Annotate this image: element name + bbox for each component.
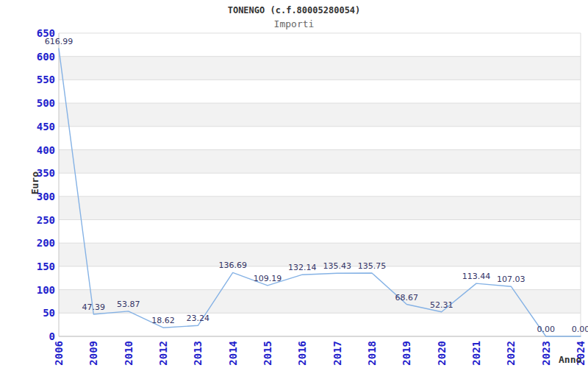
y-tick-label: 250	[37, 214, 55, 226]
y-tick-label: 50	[43, 307, 55, 319]
x-tick-label: 2014	[227, 341, 239, 366]
plot-band	[59, 150, 581, 174]
data-point-label: 107.03	[497, 275, 526, 284]
x-tick-label: 2010	[123, 341, 135, 366]
data-point-label: 23.24	[187, 314, 210, 323]
data-point-label: 136.69	[218, 261, 247, 270]
x-tick-label: 2020	[436, 341, 448, 366]
data-point-label: 616.99	[45, 37, 74, 46]
y-tick-label: 500	[37, 97, 55, 109]
x-tick-label: 2016	[296, 341, 308, 366]
data-point-label: 109.19	[254, 274, 282, 283]
data-point-label: 135.43	[323, 261, 351, 271]
x-tick-label: 2018	[366, 341, 378, 366]
y-axis-title: Euro	[29, 171, 40, 194]
x-tick-label: 2015	[262, 341, 273, 366]
y-tick-label: 100	[37, 284, 55, 296]
x-tick-label: 2006	[53, 341, 65, 366]
data-point-label: 132.14	[288, 263, 317, 272]
x-tick-label: 2013	[192, 341, 204, 366]
x-tick-label: 2017	[331, 341, 343, 366]
x-tick-label: 2012	[157, 341, 169, 366]
x-tick-label: 2019	[401, 341, 412, 366]
y-tick-label: 450	[37, 121, 55, 132]
plot-band	[59, 243, 581, 266]
x-tick-label: 2022	[505, 341, 517, 366]
data-point-label: 0.00	[572, 325, 588, 334]
y-tick-label: 550	[37, 74, 55, 85]
x-tick-label: 2023	[540, 341, 552, 366]
data-point-label: 68.67	[395, 293, 419, 302]
y-tick-label: 0	[49, 330, 55, 342]
data-point-label: 53.87	[117, 300, 140, 309]
x-axis-title: Anno	[559, 354, 581, 365]
data-point-label: 52.31	[430, 300, 453, 310]
y-tick-label: 400	[37, 144, 55, 156]
chart-page: TONENGO (c.f.80005280054) Importi 050100…	[0, 0, 588, 368]
data-point-label: 0.00	[537, 325, 555, 334]
plot-band	[59, 103, 581, 127]
y-tick-label: 200	[37, 237, 55, 249]
y-tick-label: 600	[37, 51, 55, 63]
x-tick-label: 2009	[87, 341, 99, 366]
plot-band	[59, 197, 581, 220]
plot-band	[59, 57, 581, 80]
y-tick-label: 150	[37, 261, 55, 272]
data-point-label: 18.62	[151, 316, 175, 325]
x-tick-label: 2021	[470, 341, 482, 366]
data-point-label: 135.75	[358, 261, 387, 271]
data-point-label: 47.39	[82, 302, 106, 312]
line-chart-canvas: 0501001502002503003504004505005506006502…	[0, 0, 588, 368]
data-point-label: 113.44	[462, 272, 491, 281]
